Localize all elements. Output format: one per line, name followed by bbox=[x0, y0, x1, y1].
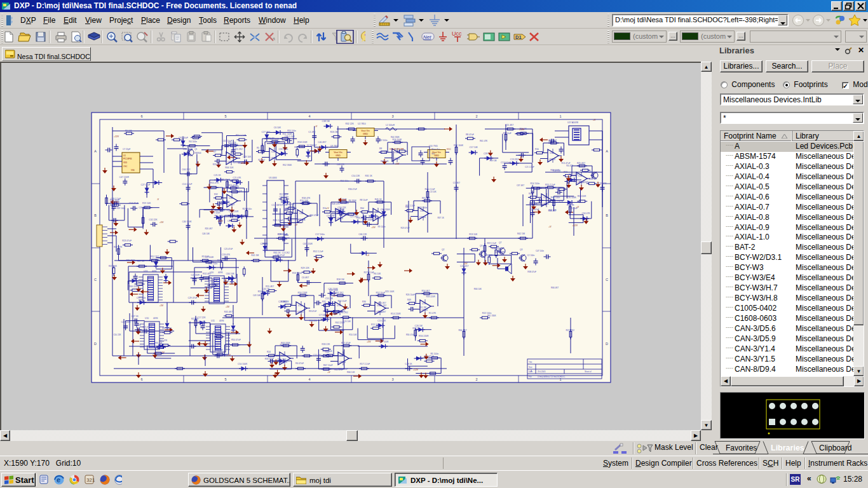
svg-text:R36 47uF: R36 47uF bbox=[348, 188, 357, 191]
svg-text:R19 1M: R19 1M bbox=[490, 159, 497, 162]
svg-text:R51 100K: R51 100K bbox=[454, 144, 464, 147]
svg-text:C59 100n: C59 100n bbox=[137, 297, 146, 299]
svg-text:321: 321 bbox=[86, 477, 95, 483]
svg-text:R8 47uF: R8 47uF bbox=[222, 179, 230, 181]
svg-text:R14 220R: R14 220R bbox=[391, 313, 401, 315]
svg-text:R55 2.2uF: R55 2.2uF bbox=[545, 184, 555, 186]
svg-text:R63 100K: R63 100K bbox=[550, 169, 560, 172]
svg-text:5: 5 bbox=[224, 377, 226, 381]
svg-text:Favorites: Favorites bbox=[726, 444, 757, 452]
svg-text:R5: R5 bbox=[257, 147, 259, 149]
svg-text:R5 220R: R5 220R bbox=[578, 195, 587, 198]
svg-text:Libraries: Libraries bbox=[771, 444, 804, 452]
svg-text:+5V: +5V bbox=[367, 341, 371, 343]
svg-text:R9 100n: R9 100n bbox=[378, 226, 386, 228]
svg-text:R23 100n: R23 100n bbox=[242, 208, 252, 210]
svg-text:R17 2.2uF: R17 2.2uF bbox=[360, 363, 370, 365]
svg-text:R52 47K: R52 47K bbox=[297, 219, 306, 221]
svg-text:R65 1K: R65 1K bbox=[273, 252, 281, 254]
svg-text:+V: +V bbox=[367, 254, 370, 257]
svg-text:R57 10uF: R57 10uF bbox=[162, 327, 172, 330]
svg-text:-V: -V bbox=[279, 226, 281, 228]
svg-text:C21 47K: C21 47K bbox=[233, 177, 241, 179]
svg-text:LM324: LM324 bbox=[228, 203, 234, 206]
svg-text:Ucc: Ucc bbox=[452, 30, 462, 37]
svg-text:R42 1M: R42 1M bbox=[517, 233, 525, 235]
svg-text:R31 4K7: R31 4K7 bbox=[213, 163, 221, 166]
svg-text:C54 2.2uF: C54 2.2uF bbox=[227, 220, 238, 222]
svg-text:R45 4K7: R45 4K7 bbox=[224, 311, 233, 313]
svg-text:R52 2.2uF: R52 2.2uF bbox=[313, 250, 323, 253]
svg-text:D:\moj tdi\Nesa TDI final.SCHD: D:\moj tdi\Nesa TDI final.SCHDOC bbox=[538, 376, 565, 378]
svg-text:C21 2.2uF: C21 2.2uF bbox=[525, 166, 534, 168]
svg-text:4: 4 bbox=[308, 114, 310, 118]
svg-text:+12V: +12V bbox=[519, 128, 525, 131]
svg-text:C31 47K: C31 47K bbox=[598, 182, 607, 185]
svg-text:R67 10uF: R67 10uF bbox=[323, 364, 333, 367]
svg-text:C55 1M: C55 1M bbox=[325, 297, 333, 300]
svg-text:R42 2.2uF: R42 2.2uF bbox=[231, 215, 241, 217]
svg-text:C62 10uF: C62 10uF bbox=[179, 137, 188, 139]
svg-text:R14 100n: R14 100n bbox=[531, 182, 540, 185]
svg-text:C42 100K: C42 100K bbox=[121, 321, 132, 323]
svg-text:C: C bbox=[606, 278, 608, 281]
svg-text:C44 1K: C44 1K bbox=[216, 203, 224, 206]
svg-text:R66 4K7: R66 4K7 bbox=[551, 287, 559, 289]
svg-text:2: 2 bbox=[475, 114, 477, 118]
svg-text:C50 22K: C50 22K bbox=[113, 334, 121, 336]
svg-text:U7B: U7B bbox=[337, 304, 341, 307]
svg-text:U57 AD698: U57 AD698 bbox=[567, 121, 578, 124]
svg-text:R66 22K: R66 22K bbox=[356, 217, 365, 219]
svg-text:LM324: LM324 bbox=[549, 158, 555, 161]
svg-text:C46 10K: C46 10K bbox=[202, 233, 210, 235]
svg-text:LM324: LM324 bbox=[337, 217, 343, 220]
svg-text:R8 47uF: R8 47uF bbox=[309, 310, 316, 313]
svg-text:C43 10K: C43 10K bbox=[253, 294, 261, 297]
svg-text:C37 4K7: C37 4K7 bbox=[517, 184, 524, 187]
svg-text:C33 47K: C33 47K bbox=[222, 254, 231, 256]
svg-text:LM324: LM324 bbox=[297, 311, 304, 313]
svg-text:C3 330K: C3 330K bbox=[276, 355, 285, 357]
svg-text:R32 1K: R32 1K bbox=[412, 327, 420, 330]
svg-text:VDD: VDD bbox=[123, 161, 127, 164]
svg-text:B: B bbox=[94, 214, 97, 217]
svg-text:C54 47uF: C54 47uF bbox=[129, 202, 139, 205]
svg-text:+5V: +5V bbox=[159, 221, 164, 224]
svg-text:C28 1K: C28 1K bbox=[405, 363, 412, 365]
svg-text:C32 22K: C32 22K bbox=[149, 219, 158, 221]
svg-text:R1 10K: R1 10K bbox=[125, 130, 133, 132]
svg-text:+12V: +12V bbox=[114, 135, 119, 138]
svg-text:R41 1M: R41 1M bbox=[251, 254, 259, 257]
svg-text:2: 2 bbox=[475, 377, 477, 381]
svg-text:C60 10K: C60 10K bbox=[226, 273, 235, 275]
svg-text:R61 47K: R61 47K bbox=[480, 140, 488, 142]
svg-text:C17 22K: C17 22K bbox=[197, 316, 206, 319]
svg-text:+V: +V bbox=[295, 224, 298, 226]
svg-text:R7: R7 bbox=[214, 151, 216, 153]
svg-text:-V: -V bbox=[157, 198, 159, 201]
svg-text:A: A bbox=[531, 370, 532, 372]
svg-text:R43 100n: R43 100n bbox=[550, 196, 560, 199]
svg-text:R25 100K: R25 100K bbox=[385, 290, 395, 293]
svg-text:C59 1M: C59 1M bbox=[327, 215, 334, 217]
svg-text:Pan Sus: Pan Sus bbox=[431, 157, 439, 159]
svg-text:R8: R8 bbox=[379, 147, 382, 150]
svg-text:+V: +V bbox=[326, 207, 329, 210]
svg-text:C26 10uF: C26 10uF bbox=[569, 207, 578, 210]
svg-text:R57 220R: R57 220R bbox=[339, 202, 349, 205]
svg-text:R6 10K: R6 10K bbox=[236, 190, 243, 193]
svg-text:R58 1K: R58 1K bbox=[589, 178, 597, 180]
svg-text:U3C: U3C bbox=[229, 197, 233, 200]
svg-text:R32: R32 bbox=[214, 193, 218, 196]
svg-text:R29 47K: R29 47K bbox=[280, 204, 288, 207]
svg-text:C6 4K7: C6 4K7 bbox=[302, 276, 309, 279]
svg-text:+5V: +5V bbox=[372, 226, 376, 229]
svg-text:Clipboard: Clipboard bbox=[819, 444, 851, 452]
svg-text:C67 220R: C67 220R bbox=[303, 243, 313, 245]
svg-text:R29 22K: R29 22K bbox=[301, 267, 310, 269]
svg-text:R1 47K: R1 47K bbox=[429, 312, 437, 315]
svg-text:R58 10K: R58 10K bbox=[381, 160, 389, 163]
svg-text:R52 2K2: R52 2K2 bbox=[151, 255, 159, 258]
svg-text:LM324: LM324 bbox=[339, 361, 346, 363]
svg-text:C16 330K: C16 330K bbox=[110, 201, 120, 203]
